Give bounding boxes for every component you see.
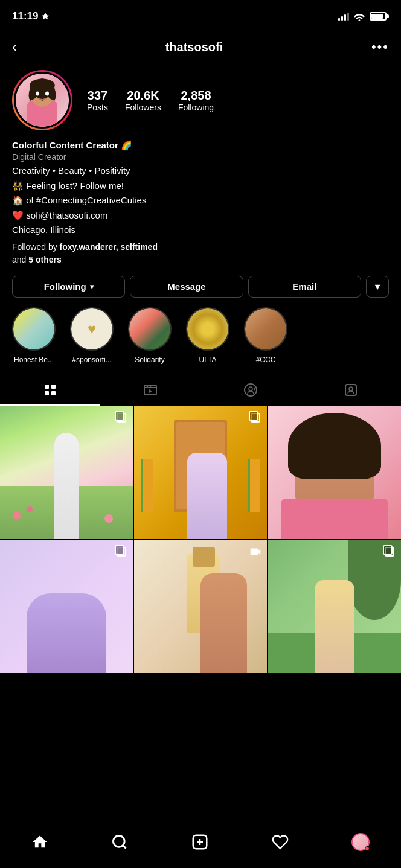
grid-item-2[interactable] [134,406,267,539]
highlight-circle-1 [12,307,56,351]
nav-profile-avatar [351,833,370,851]
posts-label: Posts [87,103,108,112]
bio-line-1: Creativity • Beauty • Positivity [12,164,389,178]
highlight-label-4: ULTA [184,356,232,364]
grid-item-5[interactable] [134,540,267,673]
display-name: Colorful Content Creator 🌈 [12,140,389,151]
svg-rect-21 [115,546,124,554]
add-icon [191,833,209,851]
more-options-button[interactable]: ••• [371,39,389,55]
posts-stat[interactable]: 337 Posts [87,89,108,112]
svg-point-15 [349,387,353,391]
battery-icon [370,12,389,21]
signal-icon [338,12,349,21]
email-button[interactable]: Email [248,276,361,298]
reels-icon [143,383,158,397]
followed-by: Followed by foxy.wanderer, selftimed and… [12,241,389,266]
bio-line-4[interactable]: ❤️ sofi@thatsosofi.com [12,209,389,223]
svg-point-10 [147,385,149,387]
multi-post-icon-4 [115,545,128,558]
grid-item-3[interactable] [268,406,401,539]
bottom-nav [0,820,401,868]
avatar-image [16,74,69,127]
multi-post-icon-2 [249,411,262,424]
tab-tagged[interactable] [301,374,401,406]
svg-rect-5 [51,385,56,389]
following-button[interactable]: Following ▾ [12,276,125,298]
status-time: 11:19 [12,10,50,22]
search-icon [111,834,128,850]
tagged-icon [344,383,358,397]
bio-category: Digital Creator [12,152,389,162]
reel-icon-5 [249,545,262,561]
highlight-item-2[interactable]: ♥ #sponsorti... [68,307,116,364]
username-title: thatsosofi [165,40,223,54]
svg-rect-23 [383,546,392,554]
nav-search[interactable] [111,834,128,850]
svg-point-13 [249,387,252,391]
highlight-item-4[interactable]: ULTA [184,307,232,364]
highlight-label-2: #sponsorti... [68,356,116,364]
bio-line-2: 👯 Feeling lost? Follow me! [12,179,389,193]
following-stat[interactable]: 2,858 Following [178,89,214,112]
svg-rect-14 [345,385,356,395]
svg-point-11 [150,385,152,387]
bio-line-5: Chicago, Illinois [12,223,389,237]
chevron-down-icon: ▾ [90,282,94,291]
grid-icon [43,383,57,397]
highlight-item-5[interactable]: #CCC [242,307,290,364]
highlight-circle-5 [244,307,287,351]
svg-rect-19 [249,412,258,420]
followed-by-users: foxy.wanderer, selftimed [60,242,158,252]
photo-grid [0,406,401,673]
svg-rect-6 [45,391,49,395]
nav-home[interactable] [31,834,48,850]
message-button[interactable]: Message [130,276,243,298]
location-icon [41,12,50,21]
status-icons [338,12,389,21]
content-tabs [0,374,401,406]
tab-collab[interactable] [200,374,301,406]
nav-activity[interactable] [272,834,289,850]
highlight-item-3[interactable]: Solidarity [126,307,174,364]
nav-profile[interactable] [351,833,370,851]
wifi-icon [354,12,365,21]
svg-rect-9 [144,387,156,388]
collab-icon [243,383,258,397]
followers-stat[interactable]: 20.6K Followers [125,89,161,112]
highlight-label-3: Solidarity [126,356,174,364]
posts-count: 337 [87,89,108,103]
highlight-label-5: #CCC [242,356,290,364]
svg-point-2 [36,92,39,96]
highlight-label-1: Honest Be... [10,356,58,364]
svg-rect-7 [51,391,56,395]
svg-point-24 [114,835,125,847]
svg-point-12 [245,384,257,396]
profile-stats: 337 Posts 20.6K Followers 2,858 Followin… [87,89,214,112]
tab-reels[interactable] [100,374,200,406]
highlight-item-1[interactable]: Honest Be... [10,307,58,364]
highlights-row: Honest Be... ♥ #sponsorti... Solidarity … [0,307,401,374]
followers-count: 20.6K [125,89,161,103]
grid-item-4[interactable] [0,540,133,673]
top-nav: ‹ thatsosofi ••• [0,30,401,64]
grid-item-6[interactable] [268,540,401,673]
back-button[interactable]: ‹ [12,39,17,56]
svg-rect-17 [115,412,124,420]
svg-point-3 [45,92,49,96]
avatar[interactable] [12,70,72,130]
tab-grid[interactable] [0,374,100,406]
nav-add[interactable] [191,833,209,851]
multi-post-icon-1 [115,411,128,424]
svg-rect-4 [45,385,49,389]
avatar-person-svg [18,75,66,127]
followed-by-count: 5 others [28,255,61,264]
profile-top: 337 Posts 20.6K Followers 2,858 Followin… [12,70,389,130]
chevron-down-icon: ▾ [375,281,380,292]
grid-item-1[interactable] [0,406,133,539]
highlight-circle-3 [128,307,172,351]
home-icon [31,834,48,850]
following-count: 2,858 [178,89,214,103]
profile-section: 337 Posts 20.6K Followers 2,858 Followin… [0,64,401,130]
dropdown-button[interactable]: ▾ [366,276,389,298]
